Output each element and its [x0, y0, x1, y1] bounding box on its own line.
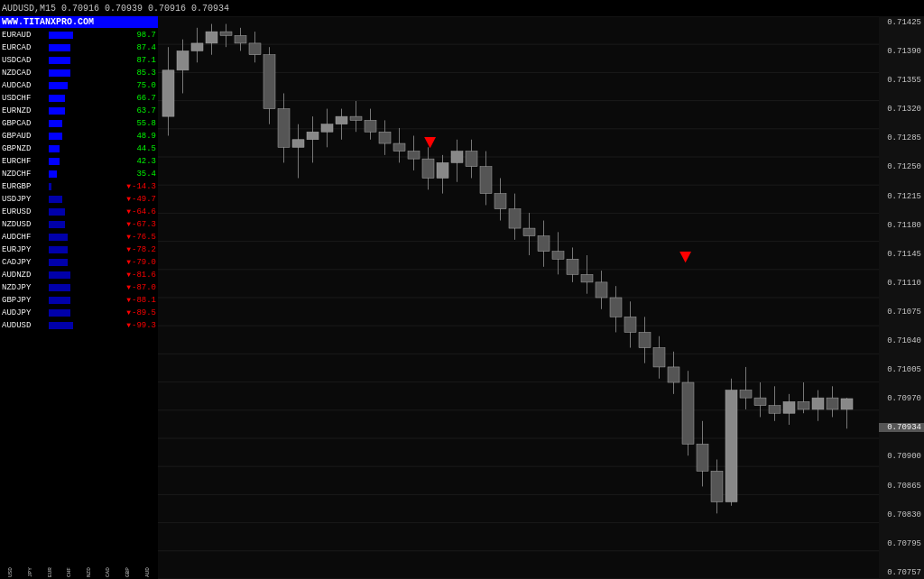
pair-value: 75.0 [122, 81, 156, 90]
pair-name: USDCHF [2, 94, 49, 103]
svg-rect-44 [321, 124, 333, 133]
pair-row-usdchf: USDCHF66.7 [0, 92, 158, 104]
pair-bars [49, 283, 122, 292]
pair-row-audjpy: AUDJPY▼-89.5 [0, 307, 158, 318]
svg-rect-80 [581, 274, 593, 282]
svg-rect-26 [191, 43, 203, 51]
pair-name: GBPCAD [2, 119, 49, 128]
svg-rect-110 [798, 401, 809, 409]
pair-value: 85.3 [122, 69, 156, 78]
pair-value: 66.7 [122, 94, 156, 103]
svg-rect-76 [552, 252, 564, 260]
currency-bar-nzd: NZD [80, 559, 98, 577]
pair-row-gbpcad: GBPCAD55.8 [0, 117, 158, 129]
pair-name: EURCAD [2, 43, 49, 52]
svg-rect-96 [697, 444, 708, 471]
pair-name: AUDCAD [2, 81, 49, 90]
svg-rect-78 [567, 259, 578, 274]
price-label: 0.70934 [879, 423, 924, 432]
pair-row-eurcad: EURCAD87.4 [0, 41, 158, 53]
left-panel: WWW.TITANXPRO.COM EURAUD98.7EURCAD87.4US… [0, 16, 158, 579]
price-label: 0.71425 [879, 18, 924, 27]
price-axis: 0.714250.713900.713550.713200.712850.712… [879, 16, 924, 579]
pair-row-nzdjpy: NZDJPY▼-87.0 [0, 281, 158, 293]
svg-rect-60 [437, 162, 448, 178]
price-label: 0.70865 [879, 482, 924, 491]
svg-rect-34 [249, 43, 261, 55]
pair-name: EURUSD [2, 207, 49, 216]
pair-bars [49, 271, 122, 280]
svg-rect-48 [350, 116, 362, 120]
pair-value: ▼-64.6 [122, 207, 156, 216]
bar-chart: USDJPYEURCHFNZDCADGBPAUD [0, 507, 158, 579]
svg-rect-106 [769, 406, 781, 414]
currency-label: JPY [27, 561, 33, 577]
pair-row-nzdchf: NZDCHF35.4 [0, 168, 158, 179]
currency-bar-usd: USD [2, 559, 20, 577]
price-label: 0.71075 [879, 308, 924, 317]
pair-bars [49, 106, 122, 115]
svg-rect-108 [783, 401, 795, 413]
pair-value: 87.1 [122, 56, 156, 65]
svg-rect-42 [307, 132, 319, 140]
pair-value: ▼-67.3 [122, 220, 156, 229]
pair-row-cadjpy: CADJPY▼-79.0 [0, 256, 158, 268]
pair-bars [49, 220, 122, 229]
pair-bars [49, 43, 122, 52]
pair-bars [49, 233, 122, 242]
pair-bars [49, 296, 122, 305]
pair-bars [49, 56, 122, 65]
pair-name: AUDCHF [2, 233, 49, 242]
pair-name: CADJPY [2, 258, 49, 267]
price-label: 0.71215 [879, 192, 924, 201]
currency-label: GBP [125, 561, 131, 577]
pair-row-audchf: AUDCHF▼-76.5 [0, 231, 158, 243]
pair-row-eurchf: EURCHF42.3 [0, 155, 158, 167]
pair-value: 98.7 [122, 31, 156, 40]
pair-name: NZDCHF [2, 170, 49, 179]
svg-rect-86 [624, 317, 636, 332]
price-label: 0.71145 [879, 250, 924, 259]
pair-name: EURJPY [2, 245, 49, 254]
pair-name: EURAUD [2, 31, 49, 40]
chart-area[interactable]: ▼ ▼ [158, 16, 879, 579]
pair-name: GBPAUD [2, 132, 49, 141]
pair-bars [49, 119, 122, 128]
pair-row-audnzd: AUDNZD▼-81.6 [0, 269, 158, 280]
pair-value: ▼-87.0 [122, 283, 156, 292]
pair-bars [49, 258, 122, 267]
svg-rect-46 [336, 116, 347, 124]
svg-rect-68 [494, 194, 506, 209]
svg-rect-98 [711, 471, 723, 501]
svg-rect-82 [596, 282, 607, 298]
pair-value: ▼-89.5 [122, 308, 156, 317]
pair-row-eurusd: EURUSD▼-64.6 [0, 206, 158, 217]
svg-rect-62 [451, 152, 463, 163]
pair-row-audcad: AUDCAD75.0 [0, 79, 158, 91]
pair-value: 44.5 [122, 144, 156, 153]
pair-value: ▼-49.7 [122, 195, 156, 204]
red-arrow-2: ▼ [679, 246, 691, 269]
pair-row-usdjpy: USDJPY▼-49.7 [0, 193, 158, 205]
price-label: 0.70757 [879, 568, 924, 577]
svg-rect-56 [408, 152, 420, 160]
price-label: 0.71285 [879, 133, 924, 142]
pair-bars [49, 308, 122, 317]
pair-bars [49, 170, 122, 179]
price-label: 0.71005 [879, 365, 924, 374]
currency-bar-aud: AUD [138, 559, 156, 577]
app: AUDUSD,M15 0.70916 0.70939 0.70916 0.709… [0, 0, 924, 579]
currency-bar-jpy: JPY [22, 559, 40, 577]
pair-value: ▼-99.3 [122, 321, 156, 330]
svg-rect-54 [393, 143, 405, 152]
pair-value: ▼-76.5 [122, 233, 156, 242]
pair-bars [49, 144, 122, 153]
svg-rect-22 [162, 70, 174, 116]
pair-name: USDJPY [2, 195, 49, 204]
svg-rect-92 [668, 367, 679, 382]
pair-value: 42.3 [122, 157, 156, 166]
pair-value: ▼-14.3 [122, 182, 156, 191]
currency-label: USD [7, 561, 14, 577]
title-bar: AUDUSD,M15 0.70916 0.70939 0.70916 0.709… [0, 0, 924, 16]
chart-title: AUDUSD,M15 0.70916 0.70939 0.70916 0.709… [2, 4, 229, 14]
